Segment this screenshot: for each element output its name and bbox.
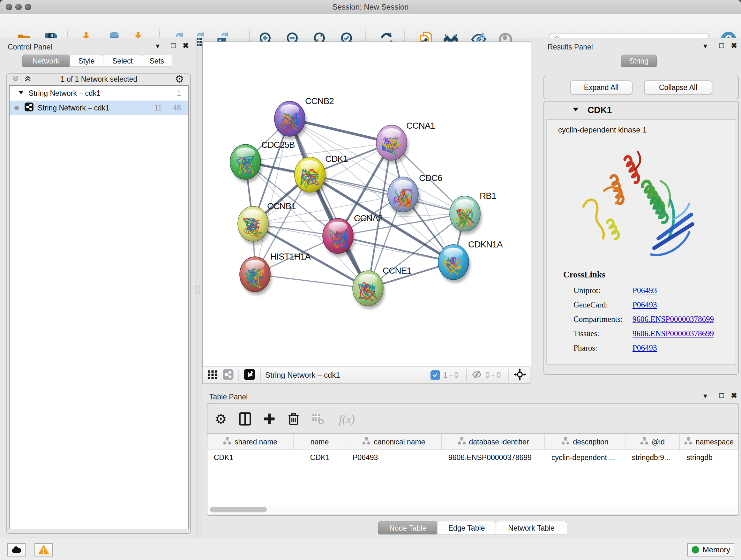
show-columns-button[interactable] xyxy=(235,409,255,428)
scrollbar-thumb[interactable] xyxy=(210,507,267,512)
network-label: String Network – cdk1 xyxy=(38,104,110,112)
table-panel-title: Table Panel xyxy=(209,393,248,401)
crosslink-row: Tissues:9606.ENSP00000378699 xyxy=(574,326,727,341)
warnings-button[interactable] xyxy=(35,543,53,557)
network-node-CCNB1[interactable]: CCNB1 xyxy=(238,201,296,245)
network-node-CCNE1[interactable]: CCNE1 xyxy=(353,266,411,309)
node-label-CCNB2: CCNB2 xyxy=(305,96,334,106)
close-panel-icon[interactable]: ✖ xyxy=(731,391,737,400)
float-panel-menu-icon[interactable]: ▾ xyxy=(156,42,159,51)
tab-string[interactable]: String xyxy=(621,55,657,67)
collapse-all-button[interactable]: Collapse All xyxy=(644,80,712,95)
table-row[interactable]: CDK1CDK1P064939606.ENSP00000378699cyclin… xyxy=(207,450,738,465)
close-panel-icon[interactable]: ✖ xyxy=(183,41,189,50)
left-splitter-handle[interactable] xyxy=(195,285,200,294)
column-header[interactable]: canonical name xyxy=(346,434,442,449)
collapse-triangle-icon[interactable] xyxy=(18,89,24,98)
column-header[interactable]: @id xyxy=(625,434,680,449)
crosslink-row: Compartments:9606.ENSP00000378699 xyxy=(574,312,727,326)
selected-checkbox-icon[interactable] xyxy=(430,370,440,380)
tab-sets[interactable]: Sets xyxy=(142,55,172,67)
tab-style[interactable]: Style xyxy=(70,55,104,67)
plus-icon xyxy=(262,412,276,426)
gene-symbol: CDK1 xyxy=(588,105,612,115)
expand-all-button[interactable]: Expand All xyxy=(570,80,632,95)
column-header[interactable]: shared name xyxy=(207,434,293,449)
network-node-CCNB2[interactable]: CCNB2 xyxy=(274,96,334,139)
table-cell[interactable]: CDK1 xyxy=(207,450,293,465)
column-header[interactable]: description xyxy=(545,434,625,449)
crosslink-value-link[interactable]: P06493 xyxy=(632,300,657,309)
memory-status-button[interactable]: Memory xyxy=(687,543,734,557)
selected-count: 1 - 0 xyxy=(443,371,459,380)
node-label-CCNE1: CCNE1 xyxy=(383,266,411,275)
network-node-CDC6[interactable]: CDC6 xyxy=(388,173,442,215)
collapse-all-networks-icon[interactable] xyxy=(11,74,20,85)
gene-section-header[interactable]: CDK1 xyxy=(544,102,738,119)
column-type-icon xyxy=(640,437,649,447)
crosslink-value-link[interactable]: P06493 xyxy=(632,344,657,353)
network-collection-row[interactable]: String Network – cdk1 1 xyxy=(10,86,188,101)
float-panel-icon[interactable]: □ xyxy=(719,41,724,50)
crosslink-value-link[interactable]: 9606.ENSP00000378699 xyxy=(632,315,714,324)
grid-view-icon[interactable] xyxy=(207,369,218,381)
float-panel-menu-icon[interactable]: ▾ xyxy=(703,391,707,400)
network-node-CDK1[interactable]: CDK1 xyxy=(294,154,348,195)
collapse-triangle-icon[interactable] xyxy=(572,106,579,114)
float-panel-menu-icon[interactable]: ▾ xyxy=(703,42,707,51)
cloud-status-button[interactable] xyxy=(7,543,25,557)
network-canvas[interactable]: CCNB2CCNA1CDC25BCDK1CDC6RB1CCNB1CCNA2CDK… xyxy=(202,42,531,367)
network-edge-HIST1H1A-CCNE1[interactable] xyxy=(255,274,368,288)
node-label-CDKN1A: CDKN1A xyxy=(468,240,503,249)
table-cell[interactable]: cyclin-dependent ... xyxy=(545,450,625,465)
delete-table-button xyxy=(308,409,327,428)
tab-edge-table[interactable]: Edge Table xyxy=(437,521,496,535)
column-header[interactable]: database identifier xyxy=(442,434,545,449)
network-node-CDKN1A[interactable]: CDKN1A xyxy=(438,240,503,283)
results-buttons-box: Expand All Collapse All xyxy=(543,76,739,99)
column-type-icon xyxy=(223,437,231,447)
tab-network[interactable]: Network xyxy=(22,55,70,67)
collection-count: 1 xyxy=(177,89,181,98)
title-bar: Session: New Session xyxy=(0,0,741,14)
fit-selected-crosshair-icon[interactable] xyxy=(514,368,526,382)
gene-description: cyclin-dependent kinase 1 xyxy=(558,125,647,134)
crosslink-value-link[interactable]: 9606.ENSP00000378699 xyxy=(632,329,714,338)
crosslink-label: Uniprot: xyxy=(574,286,632,295)
gene-details: cyclin-dependent kinase 1 CrossLinks Uni… xyxy=(546,119,736,365)
crosslink-value-link[interactable]: P06493 xyxy=(632,286,657,295)
toolbar-separator xyxy=(260,369,261,381)
delete-column-button[interactable] xyxy=(284,409,303,428)
float-panel-icon[interactable]: □ xyxy=(719,391,724,400)
table-cell[interactable]: stringdb xyxy=(680,450,738,465)
node-label-RB1: RB1 xyxy=(480,191,496,201)
window-title: Session: New Session xyxy=(0,0,741,14)
collection-label: String Network – cdk1 xyxy=(29,89,100,98)
tab-node-table[interactable]: Node Table xyxy=(378,521,437,535)
toolbar-separator xyxy=(466,369,467,381)
table-cell[interactable]: stringdb:9... xyxy=(625,450,680,465)
table-cell[interactable]: CDK1 xyxy=(293,450,346,465)
network-row-selected[interactable]: String Network – cdk1 11 48 xyxy=(10,101,188,115)
table-horizontal-scrollbar[interactable] xyxy=(208,506,738,513)
main-toolbar: ? xyxy=(0,14,741,38)
column-header[interactable]: name xyxy=(293,434,346,449)
network-node-RB1[interactable]: RB1 xyxy=(450,191,496,234)
crosslink-row: GeneCard:P06493 xyxy=(574,298,727,312)
network-style-icon[interactable] xyxy=(222,369,234,381)
tab-network-table[interactable]: Network Table xyxy=(495,521,567,535)
network-options-gear-icon[interactable]: ⚙ xyxy=(175,73,184,85)
function-builder-button: f(x) xyxy=(333,411,361,427)
birdseye-view-icon[interactable] xyxy=(244,368,256,382)
network-node-HIST1H1A[interactable]: HIST1H1A xyxy=(240,252,311,295)
table-cell[interactable]: 9606.ENSP00000378699 xyxy=(442,450,545,465)
create-column-button[interactable] xyxy=(260,409,279,428)
float-panel-icon[interactable]: □ xyxy=(171,41,176,50)
expand-all-networks-icon[interactable] xyxy=(23,74,32,85)
hidden-eye-icon[interactable] xyxy=(471,369,482,381)
table-cell[interactable]: P06493 xyxy=(346,450,442,465)
column-header[interactable]: namespace xyxy=(680,434,738,449)
close-panel-icon[interactable]: ✖ xyxy=(731,41,737,50)
table-settings-button[interactable]: ⚙ xyxy=(211,409,230,428)
tab-select[interactable]: Select xyxy=(103,55,142,67)
